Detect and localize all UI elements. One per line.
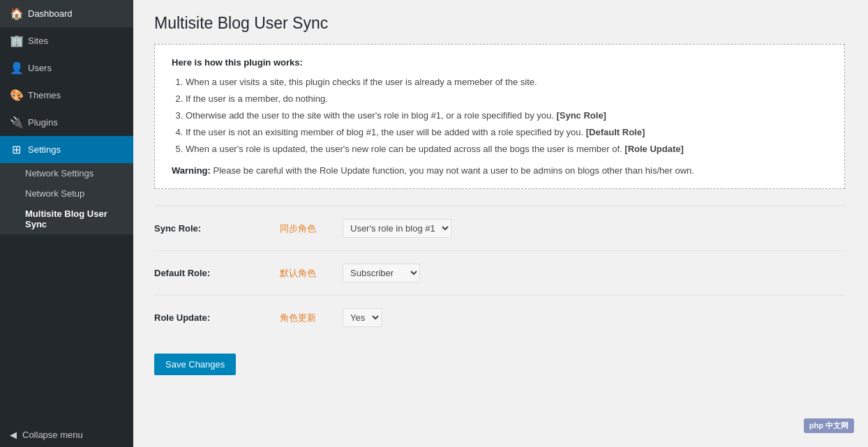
- step-2: If the user is a member, do nothing.: [186, 91, 828, 107]
- sidebar-label-dashboard: Dashboard: [28, 8, 73, 19]
- step-4: If the user is not an exisiting member o…: [186, 125, 828, 140]
- default-role-label: Default Role:: [154, 268, 273, 278]
- settings-icon: ⊞: [10, 143, 22, 156]
- info-box: Here is how this plugin works: When a us…: [154, 44, 845, 189]
- users-icon: 👤: [10, 61, 22, 75]
- plugins-icon: 🔌: [10, 116, 22, 129]
- role-update-control: Yes No: [343, 308, 382, 327]
- sync-role-control: User's role in blog #1: [343, 219, 451, 238]
- sidebar-item-settings[interactable]: ⊞ Settings: [0, 136, 133, 163]
- sites-icon: 🏢: [10, 34, 22, 47]
- sync-role-select[interactable]: User's role in blog #1: [343, 219, 451, 238]
- default-role-row: Default Role: 默认角色 Subscriber Administra…: [154, 250, 845, 295]
- sidebar-item-users[interactable]: 👤 Users: [0, 54, 133, 82]
- warning-text: Warning: Please be careful with the Role…: [172, 165, 828, 176]
- sidebar-item-dashboard[interactable]: 🏠 Dashboard: [0, 0, 133, 27]
- sidebar-label-users: Users: [28, 63, 52, 73]
- step-1: When a user visits a site, this plugin c…: [186, 75, 828, 90]
- php-badge: php 中文网: [804, 418, 854, 433]
- sidebar: 🏠 Dashboard 🏢 Sites 👤 Users 🎨 Themes 🔌 P…: [0, 0, 133, 447]
- role-update-select[interactable]: Yes No: [343, 308, 382, 327]
- default-role-bold: [Default Role]: [586, 127, 645, 137]
- warning-label: Warning:: [172, 165, 211, 176]
- sidebar-label-themes: Themes: [28, 90, 61, 100]
- settings-form: Sync Role: 同步角色 User's role in blog #1 D…: [154, 206, 845, 382]
- page-title: Multisite Blog User Sync: [154, 14, 847, 33]
- default-role-select[interactable]: Subscriber Administrator Editor Author C…: [343, 264, 420, 282]
- main-content: Multisite Blog User Sync Here is how thi…: [133, 0, 868, 447]
- default-role-control: Subscriber Administrator Editor Author C…: [343, 264, 420, 282]
- role-update-chinese: 角色更新: [280, 312, 336, 324]
- themes-icon: 🎨: [10, 89, 22, 102]
- sidebar-item-network-setup[interactable]: Network Setup: [0, 183, 133, 204]
- collapse-icon: ◀: [10, 430, 17, 440]
- collapse-menu[interactable]: ◀ Collapse menu: [0, 423, 133, 447]
- sidebar-item-themes[interactable]: 🎨 Themes: [0, 82, 133, 109]
- sidebar-item-sites[interactable]: 🏢 Sites: [0, 27, 133, 54]
- step-3: Otherwise add the user to the site with …: [186, 108, 828, 123]
- steps-list: When a user visits a site, this plugin c…: [186, 75, 828, 157]
- sidebar-item-multisite[interactable]: Multisite Blog User Sync: [0, 204, 133, 234]
- role-update-label: Role Update:: [154, 312, 273, 323]
- sync-role-row: Sync Role: 同步角色 User's role in blog #1: [154, 206, 845, 250]
- default-role-chinese: 默认角色: [280, 267, 336, 280]
- sidebar-item-network-settings[interactable]: Network Settings: [0, 163, 133, 183]
- step-5: When a user's role is updated, the user'…: [186, 142, 828, 157]
- save-row: Save Changes: [154, 340, 845, 382]
- role-update-bold: [Role Update]: [624, 144, 684, 154]
- save-button[interactable]: Save Changes: [154, 354, 236, 375]
- sidebar-label-settings: Settings: [28, 144, 61, 155]
- settings-submenu: Network Settings Network Setup Multisite…: [0, 163, 133, 234]
- sidebar-item-plugins[interactable]: 🔌 Plugins: [0, 109, 133, 136]
- role-update-row: Role Update: 角色更新 Yes No: [154, 295, 845, 340]
- dashboard-icon: 🏠: [10, 7, 22, 20]
- sync-role-bold: [Sync Role]: [556, 110, 606, 121]
- sync-role-chinese: 同步角色: [280, 222, 336, 235]
- warning-body: Please be careful with the Role Update f…: [213, 165, 694, 176]
- sidebar-label-plugins: Plugins: [28, 117, 58, 128]
- sync-role-label: Sync Role:: [154, 223, 273, 234]
- info-heading: Here is how this plugin works:: [172, 57, 828, 68]
- sidebar-label-sites: Sites: [28, 36, 48, 46]
